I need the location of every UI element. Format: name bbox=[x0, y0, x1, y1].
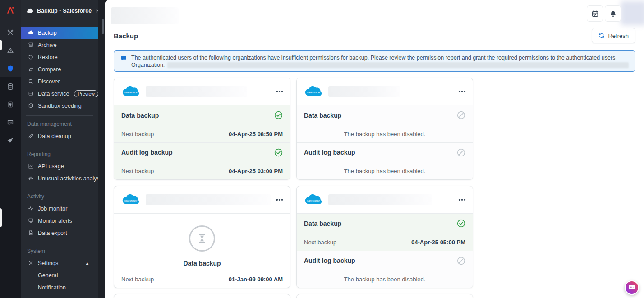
redacted-org-name bbox=[146, 86, 247, 97]
section-header: Data backup bbox=[121, 111, 283, 119]
next-backup-row: Next backup01-Jan-99 09:00 AM bbox=[121, 276, 283, 283]
cloud-icon bbox=[28, 30, 34, 36]
next-backup-row: Next backup04-Apr-25 05:00 PM bbox=[304, 239, 465, 246]
section-title: Data backup bbox=[304, 112, 341, 119]
product-title: Backup - Salesforce bbox=[37, 8, 92, 14]
next-backup-label: Next backup bbox=[121, 131, 154, 138]
card-header: salesforce bbox=[114, 294, 290, 298]
sidebar-item-data-service[interactable]: Data servicePreview bbox=[21, 87, 98, 100]
sidebar-subitem-label: Notification bbox=[38, 284, 66, 291]
svg-text:salesforce: salesforce bbox=[307, 199, 320, 202]
sandbox-icon bbox=[28, 103, 34, 109]
backup-card: salesforce Data backupNext backup01-Jan-… bbox=[114, 186, 290, 288]
enabled-check-icon bbox=[274, 148, 283, 157]
sidebar-item-restore[interactable]: Restore bbox=[21, 51, 98, 63]
hourglass-icon bbox=[189, 225, 215, 252]
section-header: Audit log backup bbox=[121, 148, 283, 157]
section-header: Audit log backup bbox=[304, 257, 465, 265]
notifications-bell-button[interactable] bbox=[605, 5, 621, 22]
sidebar-subitem-general[interactable]: General bbox=[26, 269, 93, 281]
disabled-message: The backup has been disabled. bbox=[304, 131, 465, 138]
card-more-menu-button[interactable] bbox=[276, 89, 283, 94]
backup-section: Data backupNext backup04-Apr-25 08:50 PM bbox=[114, 105, 290, 142]
redacted-organization-name bbox=[167, 62, 629, 68]
chart-icon bbox=[28, 163, 34, 169]
card-more-menu-button[interactable] bbox=[459, 197, 465, 202]
menu-sub-list: GeneralNotification bbox=[26, 269, 93, 293]
section-header: Data backup bbox=[304, 219, 465, 228]
backup-card: salesforce bbox=[296, 294, 473, 298]
collapse-sidebar-icon[interactable] bbox=[95, 8, 98, 14]
salesforce-logo: salesforce bbox=[121, 194, 140, 206]
sidebar-item-label: API usage bbox=[38, 163, 64, 170]
edge-handle-top[interactable] bbox=[0, 40, 2, 50]
redacted-user-avatar[interactable] bbox=[621, 1, 644, 25]
alert-triangle-icon bbox=[7, 47, 14, 54]
refresh-button[interactable]: Refresh bbox=[592, 28, 635, 43]
archive-icon bbox=[28, 42, 34, 48]
sidebar-item-label: Backup bbox=[38, 30, 57, 36]
sidebar-item-unusual-activities-analysis[interactable]: Unusual activities analysis bbox=[26, 172, 93, 184]
rail-item-server[interactable] bbox=[0, 96, 21, 114]
card-header: salesforce bbox=[297, 294, 473, 298]
sidebar-item-backup[interactable]: Backup bbox=[21, 27, 98, 39]
sidebar-item-api-usage[interactable]: API usage bbox=[26, 160, 93, 172]
redacted-breadcrumb bbox=[111, 7, 179, 24]
sidebar-item-data-export[interactable]: Data export bbox=[26, 227, 93, 239]
menu-section-label: System bbox=[26, 245, 93, 257]
next-backup-time: 04-Apr-25 08:50 PM bbox=[229, 131, 283, 138]
sidebar-item-archive[interactable]: Archive bbox=[21, 39, 98, 51]
section-title: Audit log backup bbox=[121, 149, 173, 156]
sidebar-item-compare[interactable]: Compare bbox=[21, 63, 98, 75]
sidebar-item-job-monitor[interactable]: Job monitor bbox=[26, 202, 93, 215]
chat-widget-button[interactable] bbox=[625, 280, 639, 295]
next-backup-time: 01-Jan-99 09:00 AM bbox=[229, 276, 283, 283]
sidebar-item-settings[interactable]: Settings▲ bbox=[26, 257, 93, 269]
sidebar-item-label: Monitor alerts bbox=[38, 218, 72, 224]
rail-item-plane[interactable] bbox=[0, 132, 21, 150]
rail-item-database[interactable] bbox=[0, 78, 21, 96]
sidebar-item-label: Sandbox seeding bbox=[38, 103, 82, 109]
section-title: Audit log backup bbox=[304, 149, 355, 156]
backup-section: Data backupThe backup has been disabled. bbox=[297, 105, 473, 142]
sidebar: Backup - Salesforce BackupArchiveRestore… bbox=[21, 0, 98, 298]
sidebar-item-data-cleanup[interactable]: Data cleanup bbox=[26, 130, 93, 142]
card-header: salesforce bbox=[114, 78, 290, 105]
card-header: salesforce bbox=[297, 186, 473, 213]
menu-section-label: Activity bbox=[26, 191, 93, 202]
salesforce-logo: salesforce bbox=[304, 86, 323, 97]
section-title: Data backup bbox=[304, 220, 341, 227]
page-title: Backup bbox=[114, 32, 138, 40]
rail-item-tools[interactable] bbox=[0, 23, 21, 41]
search-icon bbox=[28, 78, 34, 84]
section-title: Audit log backup bbox=[304, 257, 355, 264]
sidebar-item-discover[interactable]: Discover bbox=[21, 75, 98, 87]
card-more-menu-button[interactable] bbox=[459, 89, 465, 94]
sidebar-scrollbar[interactable] bbox=[102, 19, 104, 34]
sidebar-item-monitor-alerts[interactable]: Monitor alerts bbox=[26, 215, 93, 227]
edge-handle-bottom[interactable] bbox=[0, 208, 2, 227]
disabled-message: The backup has been disabled. bbox=[304, 276, 465, 283]
sidebar-subitem-notification[interactable]: Notification bbox=[26, 281, 93, 293]
anomaly-icon bbox=[28, 175, 34, 181]
calendar-check-button[interactable] bbox=[587, 5, 603, 22]
backup-card: salesforce Data backupNext backup04-Apr-… bbox=[114, 78, 290, 180]
salesforce-logo: salesforce bbox=[121, 86, 140, 97]
main-panel: Backup Refresh The authenticated users o… bbox=[105, 0, 644, 298]
disabled-message: The backup has been disabled. bbox=[304, 168, 465, 174]
refresh-icon bbox=[598, 32, 605, 39]
cloud-icon bbox=[27, 8, 33, 14]
sidebar-item-sandbox-seeding[interactable]: Sandbox seeding bbox=[21, 100, 98, 112]
next-backup-time: 04-Apr-25 03:00 PM bbox=[229, 168, 283, 174]
card-more-menu-button[interactable] bbox=[276, 197, 283, 202]
rail-item-chat[interactable] bbox=[0, 114, 21, 132]
avepoint-logo[interactable] bbox=[0, 5, 21, 14]
redacted-org-name bbox=[328, 194, 432, 205]
rail-item-alert-triangle[interactable] bbox=[0, 41, 21, 60]
rail-item-shield[interactable] bbox=[0, 60, 21, 78]
section-title: Data backup bbox=[121, 112, 159, 119]
section-header: Data backup bbox=[304, 111, 465, 119]
compare-icon bbox=[28, 66, 34, 72]
menu-group: BackupArchiveRestoreCompareDiscoverData … bbox=[21, 25, 98, 112]
sidebar-item-label: Unusual activities analysis bbox=[38, 175, 98, 182]
